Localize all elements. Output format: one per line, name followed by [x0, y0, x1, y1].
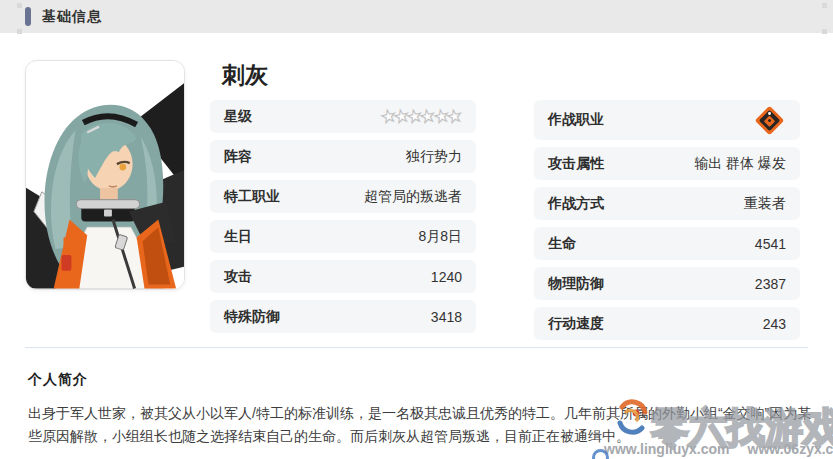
stats-column-left: 星级 ★★★★★★ 阵容 独行势力 特工职业 超管局的叛逃者 生日 8月8日 攻…	[210, 100, 476, 340]
stat-row-attack-attributes: 攻击属性 输出 群体 爆发	[534, 147, 800, 180]
bio-text: 出身于军人世家，被其父从小以军人/特工的标准训练，是一名极其忠诚且优秀的特工。几…	[28, 402, 820, 448]
stat-row-star-rating: 星级 ★★★★★★	[210, 100, 476, 133]
stat-value: 2387	[755, 276, 786, 292]
stat-row-speed: 行动速度 243	[534, 307, 800, 340]
stat-label: 攻击属性	[548, 155, 604, 173]
stat-row-faction: 阵容 独行势力	[210, 140, 476, 173]
stat-label: 生命	[548, 235, 576, 253]
character-info-page: 基础信息	[0, 0, 833, 459]
stat-row-agent-class: 特工职业 超管局的叛逃者	[210, 180, 476, 213]
stat-label: 行动速度	[548, 315, 604, 333]
character-art	[26, 61, 184, 289]
stat-value: 3418	[431, 309, 462, 325]
stat-row-combat-style: 作战方式 重装者	[534, 187, 800, 220]
stats-column-right: 作战职业 攻击属性 输出 群体 爆发 作战方式 重装者	[534, 100, 800, 340]
star-icon: ★	[445, 107, 463, 127]
stat-row-birthday: 生日 8月8日	[210, 220, 476, 253]
character-portrait	[25, 60, 185, 290]
stat-label: 攻击	[224, 268, 252, 286]
class-icon-core	[764, 114, 775, 125]
watermark-ring-icon	[592, 449, 609, 459]
class-icon-inner	[759, 109, 780, 130]
stat-value: 超管局的叛逃者	[364, 188, 462, 206]
stat-value: 独行势力	[406, 148, 462, 166]
stat-label: 特殊防御	[224, 308, 280, 326]
stat-row-hp: 生命 4541	[534, 227, 800, 260]
stat-value: 重装者	[744, 195, 786, 213]
decor-dot	[17, 29, 22, 34]
decor-dot	[822, 29, 827, 34]
stat-label: 特工职业	[224, 188, 280, 206]
stat-label: 生日	[224, 228, 252, 246]
stats-panel: 星级 ★★★★★★ 阵容 独行势力 特工职业 超管局的叛逃者 生日 8月8日 攻…	[210, 100, 800, 340]
accent-bar	[25, 7, 31, 26]
stat-label: 作战方式	[548, 195, 604, 213]
star-rating: ★★★★★★	[383, 108, 463, 125]
class-icon-spark	[767, 111, 771, 115]
section-header: 基础信息	[0, 0, 833, 33]
class-diamond-icon	[755, 105, 785, 135]
decor-dot	[17, 3, 22, 8]
stat-row-special-defense: 特殊防御 3418	[210, 300, 476, 333]
class-icon-core-dot	[767, 118, 771, 122]
stat-label: 物理防御	[548, 275, 604, 293]
bio-section: 个人简介 出身于军人世家，被其父从小以军人/特工的标准训练，是一名极其忠诚且优秀…	[28, 371, 820, 448]
bio-title: 个人简介	[28, 371, 820, 389]
stat-value: 243	[763, 316, 786, 332]
section-divider	[25, 347, 808, 348]
stat-label: 作战职业	[548, 111, 604, 129]
stat-value: 1240	[431, 269, 462, 285]
section-title: 基础信息	[42, 8, 102, 26]
stat-value: 输出 群体 爆发	[694, 155, 786, 173]
stat-value: 8月8日	[418, 228, 462, 246]
stat-row-attack: 攻击 1240	[210, 260, 476, 293]
stat-value: 4541	[755, 236, 786, 252]
stat-row-physical-defense: 物理防御 2387	[534, 267, 800, 300]
decor-dot	[822, 3, 827, 8]
stat-label: 星级	[224, 108, 252, 126]
stat-label: 阵容	[224, 148, 252, 166]
stat-row-combat-class: 作战职业	[534, 100, 800, 140]
character-name: 刺灰	[222, 60, 268, 91]
